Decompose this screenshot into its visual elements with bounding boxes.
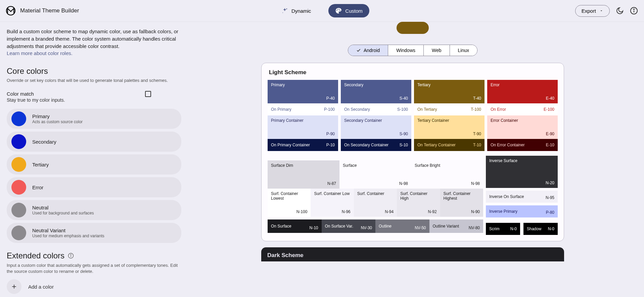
seed-preview — [397, 22, 429, 34]
platform-tab-windows[interactable]: Windows — [388, 45, 424, 56]
role-surfContHigh: Surf. Container HighN-92 — [397, 189, 440, 217]
role-secondaryContainer: Secondary ContainerS-90 — [341, 115, 411, 139]
role-onPrimary: On PrimaryP-100 — [268, 103, 338, 115]
role-surfCont: Surf. ContainerN-94 — [354, 189, 397, 217]
moon-icon — [616, 7, 624, 15]
core-color-primary[interactable]: PrimaryActs as custom source color — [7, 109, 181, 129]
role-onTertiaryContainer: On Tertiary ContainerT-10 — [414, 139, 485, 151]
color-name: Primary — [32, 113, 83, 119]
platform-tab-android[interactable]: Android — [348, 45, 388, 56]
color-name: Neutral — [32, 205, 94, 210]
intro-text: Build a custom color scheme to map dynam… — [7, 28, 181, 57]
role-onErrorContainer: On Error ContainerE-10 — [487, 139, 558, 151]
color-name: Tertiary — [32, 162, 49, 167]
platform-tab-web[interactable]: Web — [424, 45, 450, 56]
light-scheme-card: Light Scheme PrimaryP-40On PrimaryP-100P… — [261, 63, 564, 241]
role-primary: PrimaryP-40 — [268, 80, 338, 103]
light-scheme-title: Light Scheme — [269, 69, 558, 76]
color-match-sub: Stay true to my color inputs. — [7, 97, 65, 103]
role-onPrimaryContainer: On Primary ContainerP-10 — [268, 139, 338, 151]
surface-row: Surface DimN-87SurfaceN-98Surface Bright… — [268, 160, 483, 189]
inverse-primary-cell: Inverse PrimaryP-80 — [486, 205, 558, 217]
mode-dynamic[interactable]: Dynamic — [275, 4, 318, 17]
app-header: Material Theme Builder Dynamic Custom Ex… — [0, 0, 644, 22]
role-tertiaryContainer: Tertiary ContainerT-90 — [414, 115, 485, 139]
mode-custom[interactable]: Custom — [328, 4, 369, 17]
core-color-tertiary[interactable]: Tertiary — [7, 154, 181, 175]
mode-custom-label: Custom — [345, 8, 363, 14]
role-grid: PrimaryP-40On PrimaryP-100Primary Contai… — [268, 80, 558, 151]
swatch-icon — [11, 203, 26, 217]
info-icon[interactable] — [68, 253, 74, 259]
left-panel: Build a custom color scheme to map dynam… — [0, 22, 188, 294]
right-panel: AndroidWindowsWebLinux Light Scheme Prim… — [188, 22, 644, 294]
inverse-on-surface-cell: Inverse On SurfaceN-95 — [486, 191, 558, 203]
role-surfContHighest: Surf. Container HighestN-90 — [440, 189, 483, 217]
color-match-checkbox[interactable] — [145, 91, 151, 97]
role-outline: OutlineNV-50 — [375, 219, 429, 233]
color-name: Error — [32, 185, 43, 190]
role-surface: SurfaceN-98 — [339, 160, 411, 189]
platform-tabs: AndroidWindowsWebLinux — [348, 45, 477, 56]
role-onSurfaceVar: On Surface Var.NV-30 — [322, 219, 376, 233]
role-onTertiary: On TertiaryT-100 — [414, 103, 485, 115]
chevron-down-icon — [599, 9, 603, 13]
palette-icon — [335, 7, 342, 14]
core-colors-title: Core colors — [7, 66, 181, 76]
role-onSurface: On SurfaceN-10 — [268, 219, 322, 233]
role-errorContainer: Error ContainerE-90 — [487, 115, 558, 139]
color-match-title: Color match — [7, 91, 65, 97]
swatch-icon — [11, 180, 26, 195]
role-surfaceDim: Surface DimN-87 — [268, 160, 339, 189]
extended-desc: Input a custom color that automatically … — [7, 262, 181, 275]
swatch-icon — [11, 157, 26, 172]
on-surface-row: On SurfaceN-10On Surface Var.NV-30Outlin… — [268, 219, 483, 233]
role-surfContLow: Surf. Container LowN-96 — [311, 189, 354, 217]
platform-tab-linux[interactable]: Linux — [450, 45, 477, 56]
info-icon — [630, 7, 638, 15]
add-color-label: Add a color — [28, 284, 54, 290]
role-surfaceBright: Surface BrightN-98 — [411, 160, 483, 189]
role-outlineVar: Outline VariantNV-80 — [429, 219, 484, 233]
core-color-error[interactable]: Error — [7, 177, 181, 197]
color-desc: Acts as custom source color — [32, 119, 83, 124]
core-colors-sub: Override or set key colors that will be … — [7, 78, 181, 83]
core-color-neutral[interactable]: NeutralUsed for background and surfaces — [7, 200, 181, 220]
role-onError: On ErrorE-100 — [487, 103, 558, 115]
svg-point-1 — [286, 8, 287, 9]
dark-scheme-title: Dark Scheme — [261, 247, 564, 261]
shadow-cell: ShadowN-0 — [523, 223, 558, 235]
learn-more-link[interactable]: Learn more about color roles. — [7, 50, 73, 56]
export-label: Export — [582, 8, 596, 14]
sparkle-icon — [281, 7, 288, 14]
svg-point-2 — [282, 12, 283, 13]
add-color-button[interactable]: Add a color — [7, 279, 181, 294]
app-title: Material Theme Builder — [20, 7, 79, 14]
export-button[interactable]: Export — [575, 5, 610, 17]
core-color-secondary[interactable]: Secondary — [7, 132, 181, 152]
scrim-cell: ScrimN-0 — [486, 223, 520, 235]
role-surfContLowest: Surf. Container LowestN-100 — [268, 189, 311, 217]
plus-icon — [11, 283, 17, 290]
dark-mode-toggle[interactable] — [616, 7, 624, 15]
color-name: Secondary — [32, 139, 56, 145]
role-primaryContainer: Primary ContainerP-90 — [268, 115, 338, 139]
role-onSecondaryContainer: On Secondary ContainerS-10 — [341, 139, 411, 151]
inverse-surface-cell: Inverse SurfaceN-20 — [486, 156, 558, 188]
material-logo-icon — [6, 6, 15, 15]
core-color-neutral-variant[interactable]: Neutral VariantUsed for medium emphasis … — [7, 223, 181, 243]
svg-point-8 — [71, 254, 71, 255]
swatch-icon — [11, 111, 26, 126]
swatch-icon — [11, 134, 26, 149]
role-error: ErrorE-40 — [487, 80, 558, 103]
color-desc: Used for background and surfaces — [32, 211, 94, 215]
surface-container-row: Surf. Container LowestN-100Surf. Contain… — [268, 189, 483, 217]
role-onSecondary: On SecondaryS-100 — [341, 103, 411, 115]
svg-point-5 — [634, 9, 634, 10]
swatch-icon — [11, 226, 26, 240]
check-icon — [356, 48, 361, 53]
intro-body: Build a custom color scheme to map dynam… — [7, 29, 178, 49]
mode-dynamic-label: Dynamic — [291, 8, 311, 14]
info-button[interactable] — [630, 7, 638, 15]
role-tertiary: TertiaryT-40 — [414, 80, 485, 103]
